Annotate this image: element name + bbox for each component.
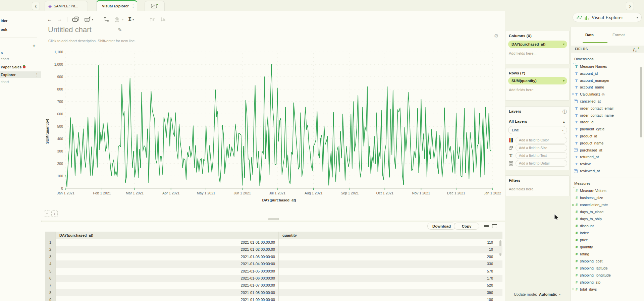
tab-sample-paper-sales[interactable]: ◈ SAMPLE: Pa... (45, 1, 88, 11)
number-field-icon: # (571, 252, 580, 256)
copy-button[interactable]: Copy (454, 223, 479, 230)
cell-day: 2021-01-08 00:00:00 (55, 289, 278, 296)
dimension-field-item[interactable]: =TCalculation1◎ (571, 91, 638, 98)
tab-menu-kebab-icon[interactable]: ⋮ (131, 4, 136, 8)
color-field-slot[interactable]: Add a field to Color (516, 137, 567, 143)
cell-quantity: 110 (278, 239, 502, 246)
measure-field-item[interactable]: #business_size (571, 194, 638, 201)
calculated-field-prefix: = (572, 93, 574, 96)
dimension-field-item[interactable]: Torder_contact_name (571, 112, 638, 119)
dimension-field-item[interactable]: Treturned_at (571, 154, 638, 160)
new-chart-tab-button[interactable] (145, 1, 165, 11)
table-view-icon[interactable] (492, 224, 497, 228)
chevron-down-icon: ▾ (563, 79, 565, 82)
dimension-field-item[interactable]: Tpayment_cycle (571, 126, 638, 132)
measure-field-item[interactable]: #shipping_latitude (571, 265, 638, 272)
dimension-field-item[interactable]: Torder_id (571, 119, 638, 125)
sidebar-item-builder[interactable]: lder (0, 17, 42, 24)
sidebar-add-button[interactable]: + (33, 43, 36, 49)
dimension-field-item[interactable]: purchased_at (571, 147, 638, 154)
panel-expand-button[interactable]: ❯ (626, 2, 634, 10)
dimension-field-item[interactable]: TMeasure Names (571, 63, 638, 70)
text-field-icon: T (571, 71, 580, 75)
measure-field-item[interactable]: #quantity (571, 244, 638, 250)
chevron-down-icon[interactable]: ▾ (559, 293, 560, 296)
resize-chart-button[interactable]: ↕ (51, 210, 58, 217)
tab-label: SAMPLE: Pa... (54, 4, 78, 8)
field-name: review (580, 162, 591, 166)
dimension-field-item[interactable]: Torder_contact_email (571, 105, 638, 112)
filters-add-fields-placeholder[interactable]: Add fields here... (509, 187, 537, 191)
line-chart-canvas[interactable]: 01002003004005006007008009001,0001,100Ja… (41, 11, 505, 221)
column-header-quantity[interactable]: quantity (278, 232, 502, 239)
rows-field-pill[interactable]: SUM(quantity)▾ (508, 77, 567, 84)
dimension-field-item[interactable]: Taccount_name (571, 84, 638, 91)
measure-field-item[interactable]: #discount (571, 223, 638, 229)
fields-scrollbar-thumb[interactable] (640, 67, 642, 137)
svg-text:900: 900 (57, 75, 63, 79)
dimensions-label: Dimensions (574, 57, 593, 61)
measure-field-item[interactable]: #days_to_close (571, 208, 638, 215)
svg-text:May 1 2021: May 1 2021 (197, 191, 215, 195)
text-field-slot[interactable]: Add a field to Text (516, 152, 567, 159)
collapse-chart-button[interactable]: − (44, 210, 50, 217)
dimension-field-item[interactable]: reviewed_at (571, 168, 638, 174)
sidebar-item-paper-sales[interactable]: Paper Sales (0, 64, 42, 70)
cell-day: 2021-01-03 00:00:00 (55, 253, 278, 260)
update-mode-label: Update mode: (514, 292, 537, 296)
field-name: product_name (580, 141, 603, 145)
column-header-day[interactable]: DAY(purchased_at) (55, 232, 278, 239)
item-menu-kebab-icon[interactable]: ⋮ (35, 71, 39, 78)
dimension-field-item[interactable]: cancelled_at (571, 98, 638, 105)
measure-field-item[interactable]: #price (571, 237, 638, 243)
measure-field-item[interactable]: #Measure Values (571, 187, 638, 194)
tab-format[interactable]: Format (612, 33, 625, 37)
text-icon: T (508, 153, 514, 158)
sidebar-collapse-button[interactable]: ❮ (32, 2, 40, 10)
measure-field-item[interactable]: =#cancellation_rate (571, 201, 638, 208)
calendar-field-icon (571, 148, 580, 152)
detail-field-slot[interactable]: Add a field to Detail (516, 160, 567, 167)
field-name: reviewed_at (580, 169, 600, 173)
rows-shelf: Rows (Y) SUM(quantity)▾ Add fields here.… (505, 68, 570, 101)
tab-visual-explorer[interactable]: Visual Explorer ⋮ (96, 0, 137, 11)
collapse-table-icon[interactable] (484, 225, 489, 227)
measure-field-item[interactable]: #days_to_ship (571, 216, 638, 222)
measure-field-item[interactable]: #rating (571, 251, 638, 257)
size-field-slot[interactable]: Add a field to Size (516, 144, 567, 151)
columns-add-fields-placeholder[interactable]: Add fields here... (509, 51, 537, 55)
new-chart-icon (151, 3, 158, 9)
sidebar-item-visual-explorer[interactable]: Explorer ⋮ (0, 71, 42, 78)
dimension-field-item[interactable]: Taccount_id (571, 70, 638, 77)
tab-data[interactable]: Data (585, 33, 594, 37)
text-field-icon: T (571, 127, 580, 131)
dimension-field-item[interactable]: Tproduct_name (571, 140, 638, 146)
measure-field-item[interactable]: =#total_days (571, 286, 638, 293)
measure-field-item[interactable]: #shipping_zip (571, 279, 638, 286)
rows-add-fields-placeholder[interactable]: Add fields here... (509, 88, 537, 92)
field-name: account_name (580, 85, 604, 89)
dimension-field-item[interactable]: Taccount_manager (571, 77, 638, 84)
geo-role-icon: ◎ (602, 92, 605, 97)
measure-field-item[interactable]: #index (571, 230, 638, 236)
add-calculation-button[interactable]: ƒx＋ (633, 46, 640, 53)
sidebar-item-chart-2[interactable]: chart (0, 78, 42, 85)
info-icon[interactable]: ⓘ (562, 109, 567, 115)
measure-field-item[interactable]: #shipping_cost (571, 258, 638, 264)
sidebar-item-chart[interactable]: chart (0, 56, 42, 62)
field-name: cancellation_rate (580, 203, 608, 207)
sidebar-item-notebook[interactable]: ook (0, 26, 42, 33)
download-button[interactable]: Download (427, 223, 456, 230)
measure-field-item[interactable]: #shipping_longitude (571, 272, 638, 279)
dimension-field-item[interactable]: Tproduct_id (571, 133, 638, 139)
collapse-section-icon[interactable]: ▴ (563, 120, 565, 123)
measure-values-icon: # (571, 189, 580, 193)
columns-field-pill[interactable]: DAY(purchased_at)▾ (508, 41, 567, 48)
update-mode-select[interactable]: Automatic (539, 292, 557, 296)
view-switcher-button[interactable]: Visual Explorer ▾ (573, 13, 642, 22)
dimension-field-item[interactable]: Treview (571, 161, 638, 167)
svg-text:200: 200 (57, 162, 63, 166)
sidebar-item-charts[interactable]: s (0, 49, 42, 56)
split-drag-handle[interactable] (268, 218, 279, 220)
mark-type-select[interactable]: Line▾ (508, 126, 567, 134)
